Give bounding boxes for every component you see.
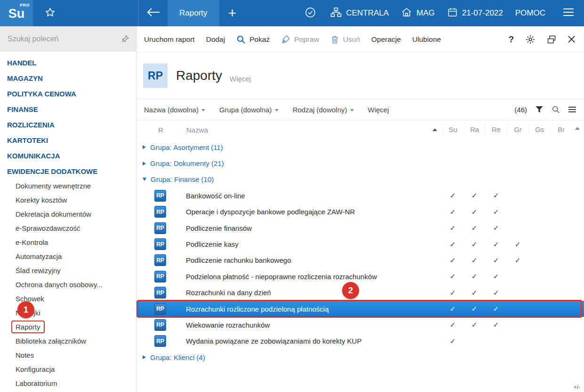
dodaj-button[interactable]: Dodaj — [200, 26, 231, 53]
collapse-icon[interactable] — [143, 178, 146, 181]
report-row-wiekowanie-rozrachunków[interactable]: RPWiekowanie rozrachunków✓✓✓ — [136, 317, 584, 333]
column-header-name[interactable]: Nazwa — [186, 124, 442, 135]
filter-więcej[interactable]: Więcej — [368, 106, 389, 114]
status-check-button[interactable] — [302, 0, 318, 26]
new-tab-button[interactable]: + — [219, 0, 246, 26]
sidebar-item-notes[interactable]: Notes — [0, 348, 136, 362]
toolbar-right: ? — [508, 34, 584, 45]
check-re: ✓ — [485, 191, 507, 200]
usuń-button[interactable]: Usuń — [325, 26, 366, 53]
expand-icon[interactable] — [143, 355, 146, 359]
annotation-step-2: 2 — [342, 282, 359, 299]
group-row-grupa-finanse-10[interactable]: Grupa: Finanse (10) — [136, 172, 584, 188]
scrollbar-up-icon[interactable] — [575, 127, 580, 130]
centrala-button[interactable]: CENTRALA — [330, 7, 389, 20]
report-row-podliczenie-kasy[interactable]: RPPodliczenie kasy✓✓✓✓ — [136, 236, 584, 252]
sidebar-section-magazyn[interactable]: MAGAZYN — [0, 71, 136, 86]
tab-raporty[interactable]: Raporty — [168, 0, 219, 26]
filter-grupa-dowolna[interactable]: Grupa (dowolna) — [219, 106, 279, 114]
filter-nazwa-dowolna[interactable]: Nazwa (dowolna) — [144, 106, 205, 114]
sidebar-section-rozliczenia[interactable]: ROZLICZENIA — [0, 117, 136, 133]
sidebar-item-laboratorium[interactable]: Laboratorium — [0, 376, 136, 391]
group-row-grupa-dokumenty-21[interactable]: Grupa: Dokumenty (21) — [136, 155, 584, 171]
report-type-icon: RP — [154, 319, 166, 331]
operacje-button[interactable]: Operacje — [366, 26, 407, 53]
sidebar-section-kartoteki[interactable]: KARTOTEKI — [0, 133, 136, 148]
report-row-bankowość-on-line[interactable]: RPBankowość on-line✓✓✓ — [136, 188, 584, 204]
check-re: ✓ — [485, 208, 507, 216]
sidebar-item-e-kontrola[interactable]: e-Kontrola — [0, 235, 136, 250]
report-row-rozrachunki-rozliczone-podzieloną-płatnością[interactable]: RPRozrachunki rozliczone podzieloną płat… — [136, 301, 584, 317]
column-header-gr[interactable]: Gr — [507, 124, 528, 135]
report-row-wydania-powiązane-ze-zobowiązaniami-do-korekty-kup[interactable]: RPWydania powiązane ze zobowiązaniami do… — [136, 333, 584, 349]
report-row-rozrachunki-na-dany-dzień[interactable]: RPRozrachunki na dany dzień✓✓✓ — [136, 285, 584, 301]
funnel-icon[interactable] — [535, 105, 544, 114]
sidebar-item-raporty[interactable]: Raporty — [0, 320, 136, 334]
column-header-ra[interactable]: Ra — [464, 124, 485, 135]
group-label: Grupa: Dokumenty (21) — [150, 159, 224, 167]
sidebar-section-handel[interactable]: HANDEL — [0, 55, 136, 71]
gear-icon[interactable] — [525, 34, 536, 45]
filter-items: Nazwa (dowolna)Grupa (dowolna)Rodzaj (do… — [144, 106, 403, 114]
column-header-re[interactable]: Re — [485, 124, 507, 135]
sidebar-menu: HANDELMAGAZYNPOLITYKA CENOWAFINANSEROZLI… — [0, 52, 136, 391]
close-icon[interactable] — [568, 35, 576, 43]
report-type-icon: RP — [154, 254, 166, 266]
report-type-icon: RP — [154, 287, 166, 298]
hamburger-menu-button[interactable] — [558, 0, 579, 26]
column-header-gs[interactable]: Gs — [528, 124, 550, 135]
report-type-icon: RP — [154, 238, 166, 250]
check-ra: ✓ — [464, 321, 485, 329]
21-07-2022-button[interactable]: 21-07-2022 — [447, 7, 503, 20]
header-more-link[interactable]: Więcej — [230, 75, 251, 83]
expand-icon[interactable] — [143, 162, 146, 165]
sidebar-item-ochrona-danych-osobowy[interactable]: Ochrona danych osobowy... — [0, 278, 136, 292]
sidebar-item-ślad-rewizyjny[interactable]: Ślad rewizyjny — [0, 264, 136, 278]
expand-icon[interactable] — [143, 145, 146, 149]
cascade-windows-icon[interactable] — [547, 35, 556, 44]
sidebar-item-dokumenty-wewnętrzne[interactable]: Dokumenty wewnętrzne — [0, 179, 136, 193]
help-question-button[interactable]: ? — [508, 34, 514, 45]
pin-icon[interactable] — [121, 35, 129, 43]
chevron-down-icon — [350, 109, 354, 111]
list-options-icon[interactable] — [568, 106, 576, 113]
search-icon[interactable] — [552, 105, 560, 114]
report-row-podliczenie-finansów[interactable]: RPPodliczenie finansów✓✓✓ — [136, 220, 584, 236]
filter-rodzaj-dowolny[interactable]: Rodzaj (dowolny) — [293, 106, 354, 114]
toolbar-label: Uruchom raport — [144, 35, 195, 44]
ulubione-button[interactable]: Ulubione — [407, 26, 447, 53]
report-row-operacje-i-dyspozycje-bankowe-podlegające-zaw-nr[interactable]: RPOperacje i dyspozycje bankowe podlegaj… — [136, 204, 584, 220]
sidebar-item-korekty-kosztów[interactable]: Korekty kosztów — [0, 193, 136, 207]
table-body: Grupa: Asortyment (11)Grupa: Dokumenty (… — [136, 139, 584, 365]
report-row-podzielona-płatność-niepoprawne-rozliczenia-rozrachunków[interactable]: RPPodzielona płatność - niepoprawne rozl… — [136, 268, 584, 284]
column-header-r[interactable]: R — [136, 126, 186, 134]
uruchom-raport-button[interactable]: Uruchom raport — [138, 26, 200, 53]
sidebar-item-konfiguracja[interactable]: Konfiguracja — [0, 362, 136, 376]
favorites-star-icon[interactable] — [33, 0, 67, 26]
report-row-podliczenie-rachunku-bankowego[interactable]: RPPodliczenie rachunku bankowego✓✓✓✓ — [136, 252, 584, 268]
sidebar-item-dekretacja-dokumentów[interactable]: Dekretacja dokumentów — [0, 207, 136, 221]
chevron-down-icon — [201, 109, 205, 111]
column-header-br[interactable]: Br — [550, 124, 572, 135]
app-logo[interactable]: Su PRO — [0, 0, 33, 26]
main-panel: Uruchom raportDodajPokażPoprawUsuńOperac… — [136, 26, 584, 392]
sidebar-item-automatyzacja[interactable]: Automatyzacja — [0, 250, 136, 264]
mag-button[interactable]: MAG — [401, 7, 435, 20]
check-re: ✓ — [485, 289, 507, 297]
sidebar-section-polityka-cenowa[interactable]: POLITYKA CENOWA — [0, 86, 136, 102]
pokaż-button[interactable]: Pokaż — [231, 26, 275, 53]
sidebar-section-ewidencje-dodatkowe[interactable]: EWIDENCJE DODATKOWE — [0, 164, 136, 179]
toolbar-label: Ulubione — [412, 35, 441, 44]
search-input[interactable] — [8, 35, 121, 43]
back-button[interactable] — [138, 0, 168, 26]
group-row-grupa-asortyment-11[interactable]: Grupa: Asortyment (11) — [136, 139, 584, 155]
column-header-su[interactable]: Su — [442, 124, 464, 135]
sidebar-item-biblioteka-załączników[interactable]: Biblioteka załączników — [0, 334, 136, 348]
group-row-grupa-klienci-4[interactable]: Grupa: Klienci (4) — [136, 349, 584, 365]
sidebar-section-finanse[interactable]: FINANSE — [0, 102, 136, 117]
report-type-icon: RP — [154, 206, 166, 218]
sidebar-section-komunikacja[interactable]: KOMUNIKACJA — [0, 148, 136, 164]
popraw-button[interactable]: Popraw — [275, 26, 325, 53]
sidebar-item-e-sprawozdawczość[interactable]: e-Sprawozdawczość — [0, 221, 136, 235]
pomoc-button[interactable]: POMOC — [515, 8, 545, 18]
